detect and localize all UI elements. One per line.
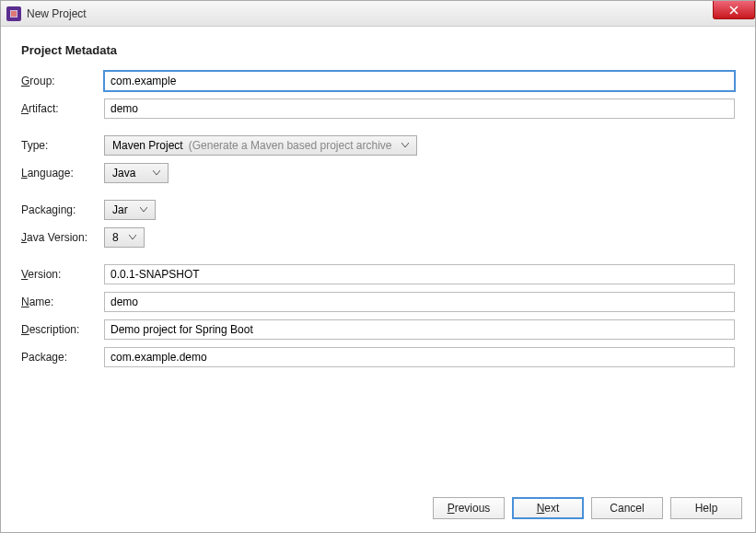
spacer: [21, 374, 735, 488]
group-input[interactable]: [104, 71, 735, 91]
description-input[interactable]: [104, 319, 735, 340]
label-description: Description:: [21, 323, 104, 336]
row-version: Version:: [21, 263, 735, 285]
label-artifact: Artifact:: [21, 102, 104, 115]
window-title: New Project: [27, 7, 87, 20]
row-artifact: Artifact:: [21, 98, 735, 120]
type-dropdown[interactable]: Maven Project (Generate a Maven based pr…: [104, 135, 417, 156]
row-description: Description:: [21, 319, 735, 341]
label-name: Name:: [21, 295, 104, 308]
packaging-value: Jar: [112, 203, 128, 216]
row-package: Package:: [21, 346, 735, 368]
packaging-dropdown[interactable]: Jar: [104, 200, 156, 220]
close-button[interactable]: [713, 1, 755, 19]
row-java-version: Java Version: 8: [21, 226, 735, 249]
type-value: Maven Project: [112, 139, 183, 152]
row-packaging: Packaging: Jar: [21, 199, 735, 221]
language-value: Java: [112, 167, 135, 180]
label-group: Group:: [21, 75, 104, 87]
language-dropdown[interactable]: Java: [104, 163, 169, 183]
section-heading: Project Metadata: [21, 43, 735, 57]
chevron-down-icon: [149, 170, 164, 176]
label-version: Version:: [21, 268, 104, 281]
label-type: Type:: [21, 139, 104, 152]
type-hint: (Generate a Maven based project archive: [189, 139, 392, 152]
chevron-down-icon: [398, 143, 413, 148]
label-package: Package:: [21, 351, 104, 364]
java-version-dropdown[interactable]: 8: [104, 227, 145, 248]
cancel-button[interactable]: Cancel: [591, 497, 663, 519]
chevron-down-icon: [136, 207, 151, 213]
dialog-content: Project Metadata Group: Artifact: Type: …: [1, 27, 755, 488]
row-group: Group:: [21, 70, 735, 92]
name-input[interactable]: [104, 292, 735, 312]
close-icon: [729, 6, 739, 15]
svg-rect-1: [11, 11, 17, 17]
button-bar: Previous Next Cancel Help: [1, 488, 755, 532]
row-type: Type: Maven Project (Generate a Maven ba…: [21, 134, 735, 156]
label-language: Language:: [21, 167, 104, 180]
artifact-input[interactable]: [104, 98, 735, 119]
java-version-value: 8: [112, 231, 119, 244]
next-button[interactable]: Next: [512, 497, 584, 519]
label-packaging: Packaging:: [21, 203, 104, 216]
row-language: Language: Java: [21, 162, 735, 184]
dialog-window: New Project Project Metadata Group: Arti…: [0, 0, 756, 533]
chevron-down-icon: [125, 235, 140, 240]
label-java-version: Java Version:: [21, 231, 104, 244]
version-input[interactable]: [104, 264, 735, 284]
previous-button[interactable]: Previous: [433, 497, 505, 519]
package-input[interactable]: [104, 347, 735, 367]
help-button[interactable]: Help: [670, 497, 742, 519]
row-name: Name:: [21, 291, 735, 313]
titlebar: New Project: [1, 1, 755, 27]
app-icon: [6, 6, 21, 21]
